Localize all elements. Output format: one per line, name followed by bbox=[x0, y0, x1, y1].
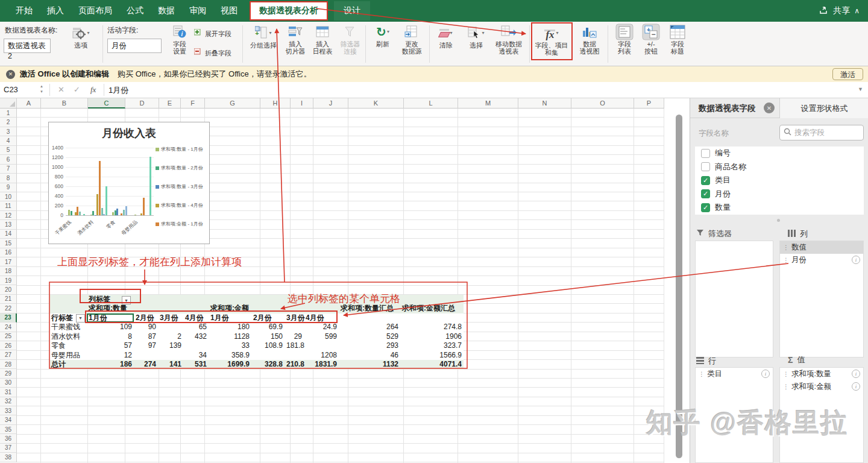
selected-cell[interactable] bbox=[87, 313, 134, 323]
row-header-7[interactable]: 7 bbox=[0, 165, 17, 174]
drag-handle-icon[interactable]: ⋮ bbox=[783, 371, 789, 377]
pivot-cell[interactable]: 181.8 bbox=[285, 341, 304, 350]
row-header-6[interactable]: 6 bbox=[0, 155, 17, 164]
pivot-cell[interactable]: 531 bbox=[183, 360, 209, 369]
row-header-16[interactable]: 16 bbox=[0, 248, 17, 257]
refresh-button[interactable]: ↻▾ 刷新 bbox=[369, 24, 397, 48]
row-header-27[interactable]: 27 bbox=[0, 350, 17, 359]
pivot-cell[interactable]: 69.9 bbox=[251, 323, 285, 332]
clear-button[interactable]: ▾ 清除 bbox=[432, 25, 461, 49]
pivot-cell[interactable]: 210.8 bbox=[285, 360, 304, 369]
pivot-cell[interactable]: 3月份 bbox=[285, 313, 304, 323]
pivot-cell[interactable]: 1906 bbox=[400, 332, 464, 341]
name-box[interactable]: C23 bbox=[0, 82, 37, 98]
pivot-cell[interactable]: 97 bbox=[134, 341, 158, 350]
pivot-cell[interactable]: 529 bbox=[339, 332, 400, 341]
row-header-14[interactable]: 14 bbox=[0, 230, 17, 239]
area-item-求和项:数量[interactable]: ⋮求和项:数量i bbox=[780, 368, 863, 380]
plus-minus-buttons-button[interactable]: +− +/- 按钮 bbox=[638, 24, 664, 55]
pivot-cell[interactable]: 328.8 bbox=[251, 360, 285, 369]
insert-function-icon[interactable]: fx bbox=[90, 85, 96, 95]
pivot-cell[interactable]: 1208 bbox=[304, 351, 339, 360]
pivot-cell[interactable]: 母婴用品 bbox=[49, 351, 87, 360]
name-box-spinner[interactable]: ▲▼ bbox=[37, 84, 46, 95]
pivot-cell[interactable]: 4月份 bbox=[304, 313, 339, 323]
column-header-B[interactable]: B bbox=[41, 98, 88, 109]
pivot-cell[interactable]: 总计 bbox=[49, 360, 87, 369]
pivot-cell[interactable]: 2月份 bbox=[251, 313, 285, 323]
info-icon[interactable]: i bbox=[852, 370, 860, 378]
menu-tab-8[interactable]: 数据透视表分析 bbox=[250, 1, 328, 20]
row-header-18[interactable]: 18 bbox=[0, 266, 17, 276]
checked-checkbox[interactable]: ✓ bbox=[701, 189, 710, 198]
pivot-cell[interactable]: 24.9 bbox=[304, 323, 339, 332]
pivot-cell[interactable]: 2月份 bbox=[134, 313, 158, 323]
pivot-cell[interactable]: 零食 bbox=[49, 341, 87, 350]
close-icon[interactable]: ✕ bbox=[764, 102, 775, 113]
menu-tab-6[interactable]: 审阅 bbox=[188, 4, 207, 17]
move-pivottable-button[interactable]: 移动数据 透视表 bbox=[491, 24, 527, 55]
row-header-11[interactable]: 11 bbox=[0, 201, 17, 210]
vertical-scrollbar[interactable] bbox=[676, 115, 682, 458]
column-header-F[interactable]: F bbox=[181, 98, 205, 109]
group-selection-button[interactable]: + ▾ 分组选择 bbox=[246, 25, 281, 49]
pivot-cell[interactable]: 46 bbox=[339, 351, 400, 360]
activate-button[interactable]: 激活 bbox=[832, 68, 863, 80]
column-header-N[interactable]: N bbox=[518, 98, 571, 109]
collapse-field-button[interactable]: 折叠字段 bbox=[194, 48, 231, 58]
options-button[interactable]: ▾ 选项 bbox=[64, 25, 98, 49]
menu-tab-3[interactable]: 页面布局 bbox=[77, 4, 113, 17]
info-icon[interactable]: i bbox=[852, 382, 860, 391]
pivot-cell[interactable]: 12 bbox=[87, 351, 134, 360]
column-header-E[interactable]: E bbox=[159, 98, 181, 109]
row-header-3[interactable]: 3 bbox=[0, 127, 17, 136]
pivot-cell[interactable]: 求和项:金额汇总 bbox=[400, 304, 464, 313]
unchecked-checkbox[interactable] bbox=[701, 149, 710, 158]
pivot-cell[interactable]: 干果蜜饯 bbox=[49, 323, 87, 332]
menu-tab-9[interactable]: 设计 bbox=[334, 1, 370, 20]
insert-slicer-button[interactable]: 插入 切片器 bbox=[282, 24, 309, 55]
tab-pivottable-fields[interactable]: 数据透视表字段 bbox=[699, 103, 756, 114]
pivot-cell[interactable]: 358.9 bbox=[209, 351, 251, 360]
chevron-up-icon[interactable]: ∧ bbox=[854, 7, 860, 15]
column-header-J[interactable]: J bbox=[313, 98, 348, 109]
row-labels-filter-icon[interactable]: ▼ bbox=[76, 314, 85, 323]
share-label[interactable]: 共享 bbox=[833, 5, 850, 16]
row-header-22[interactable]: 22 bbox=[0, 304, 17, 313]
row-header-21[interactable]: 21 bbox=[0, 295, 17, 304]
column-header-L[interactable]: L bbox=[404, 98, 458, 109]
field-item-数量[interactable]: ✓数量 bbox=[695, 201, 864, 215]
pivot-cell[interactable]: 432 bbox=[183, 332, 209, 341]
pivot-cell[interactable]: 1699.9 bbox=[209, 360, 251, 369]
row-header-23[interactable]: 23 bbox=[0, 313, 17, 323]
row-header-13[interactable]: 13 bbox=[0, 220, 17, 229]
pivot-cell[interactable]: 180 bbox=[209, 323, 251, 332]
row-header-26[interactable]: 26 bbox=[0, 341, 17, 350]
column-header-G[interactable]: G bbox=[205, 98, 260, 109]
area-item-月份[interactable]: ⋮月份i bbox=[780, 254, 863, 266]
field-list-button[interactable]: 字段 列表 bbox=[611, 24, 638, 55]
pivot-cell[interactable]: 57 bbox=[87, 341, 134, 350]
pivot-cell[interactable]: 274 bbox=[134, 360, 158, 369]
pivot-cell[interactable]: 87 bbox=[134, 332, 158, 341]
pivot-cell[interactable]: 108.9 bbox=[251, 341, 285, 350]
insert-timeline-button[interactable]: 插入 日程表 bbox=[309, 24, 336, 55]
pivot-cell[interactable]: 33 bbox=[209, 341, 251, 350]
pivot-cell[interactable]: 323.7 bbox=[400, 341, 464, 350]
columns-area-box[interactable]: ⋮数值⋮月份i bbox=[779, 241, 864, 357]
cancel-icon[interactable]: ✕ bbox=[58, 85, 64, 94]
field-item-月份[interactable]: ✓月份 bbox=[695, 187, 864, 201]
field-item-商品名称[interactable]: 商品名称 bbox=[695, 160, 864, 174]
search-field-box[interactable]: 搜索字段 bbox=[779, 125, 864, 140]
pivot-cell[interactable]: 293 bbox=[339, 341, 400, 350]
tab-format-shape[interactable]: 设置形状格式 bbox=[779, 98, 868, 118]
filters-area-box[interactable] bbox=[695, 241, 773, 357]
pivot-cell[interactable]: 4月份 bbox=[183, 313, 209, 323]
area-item-类目[interactable]: ⋮类目i bbox=[696, 368, 773, 380]
field-item-类目[interactable]: ✓类目 bbox=[695, 174, 864, 187]
menu-tab-1[interactable]: 开始 bbox=[14, 4, 34, 17]
menu-tab-4[interactable]: 公式 bbox=[125, 4, 145, 17]
drag-handle-icon[interactable]: ⋮ bbox=[699, 371, 705, 377]
pivot-cell[interactable]: 4071.4 bbox=[400, 360, 464, 369]
pivot-cell[interactable]: 90 bbox=[134, 323, 158, 332]
